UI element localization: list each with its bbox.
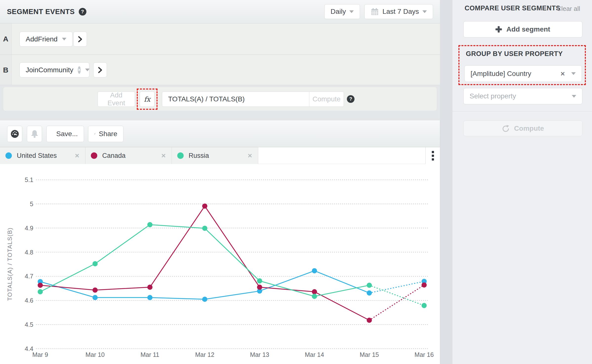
caret-down-icon (62, 38, 66, 40)
event-a-dropdown[interactable]: AddFriend (20, 32, 73, 47)
date-range-dropdown[interactable]: Last 7 Days (364, 4, 433, 19)
clear-property-icon[interactable]: × (560, 70, 565, 78)
add-event-button[interactable]: Add Event (98, 91, 135, 107)
close-icon[interactable]: × (161, 152, 166, 159)
chart-options-menu-button[interactable] (425, 147, 440, 164)
series-color-dot (91, 152, 97, 159)
data-point-russia-mar-10[interactable] (93, 261, 98, 266)
data-point-canada-mar-16[interactable] (421, 282, 427, 288)
add-segment-label: Add segment (506, 25, 550, 33)
caret-down-icon (85, 69, 90, 71)
data-point-united-states-mar-11[interactable] (147, 295, 153, 300)
data-point-canada-mar-10[interactable] (93, 288, 98, 293)
chart-line-canada (40, 206, 369, 320)
legend-row: United States × Canada × Russia × (0, 147, 440, 164)
legend-label: United States (17, 152, 57, 160)
data-point-russia-mar-11[interactable] (147, 222, 153, 227)
data-point-united-states-mar-15[interactable] (367, 290, 372, 295)
data-point-united-states-mar-12[interactable] (202, 297, 207, 302)
event-b-expand-button[interactable] (93, 62, 107, 77)
event-b-dropdown[interactable]: JoinCommunity × (20, 62, 89, 77)
caret-down-icon (572, 95, 576, 98)
data-point-russia-mar-13[interactable] (257, 278, 262, 284)
dashboard-button[interactable] (7, 126, 22, 142)
data-point-russia-mar-9[interactable] (38, 289, 43, 294)
series-color-dot (5, 152, 12, 159)
x-axis-tick: Mar 12 (195, 351, 215, 358)
data-point-canada-mar-12[interactable] (202, 203, 207, 209)
data-point-canada-mar-13[interactable] (257, 285, 262, 290)
group-by-property-select[interactable]: [Amplitude] Country × (464, 65, 582, 82)
formula-input-group: Compute (162, 91, 344, 107)
line-chart: 5.154.94.84.74.64.54.4Mar 9Mar 10Mar 11M… (0, 164, 440, 364)
y-axis-tick: 4.8 (25, 249, 33, 256)
data-point-canada-mar-14[interactable] (312, 289, 317, 294)
formula-fx-button[interactable]: fx (140, 91, 155, 107)
header-controls: Daily Last 7 Days (324, 4, 433, 19)
event-a-expand-button[interactable] (73, 32, 87, 47)
y-axis-tick: 4.4 (25, 345, 33, 352)
group-by-highlight-box: GROUP BY USER PROPERTY [Amplitude] Count… (458, 45, 586, 85)
dashboard-icon (10, 129, 20, 139)
data-point-canada-mar-11[interactable] (147, 285, 153, 290)
sidebar-divider (453, 111, 592, 111)
remove-event-icon[interactable]: × (78, 66, 81, 74)
legend-tab-canada[interactable]: Canada × (85, 147, 172, 164)
row-label-b: B (0, 55, 12, 85)
link-icon (94, 130, 95, 138)
formula-panel: Add Event fx Compute ? (3, 87, 437, 111)
chevron-right-icon (98, 67, 103, 73)
formula-help-icon[interactable]: ? (347, 95, 355, 103)
y-axis-tick: 4.7 (25, 273, 33, 280)
page-title: SEGMENT EVENTS (7, 8, 75, 16)
data-point-russia-mar-14[interactable] (312, 294, 317, 299)
share-button[interactable]: Share (88, 126, 123, 142)
legend-tab-united-states[interactable]: United States × (0, 147, 85, 164)
select-property-dropdown[interactable]: Select property (463, 88, 582, 104)
bell-icon (30, 129, 39, 139)
title-wrap: SEGMENT EVENTS ? (7, 8, 86, 16)
event-a-name: AddFriend (26, 35, 58, 43)
x-axis-tick: Mar 9 (32, 351, 48, 358)
formula-band: Add Event fx Compute ? (0, 85, 440, 111)
y-axis-title: TOTALS(A) / TOTALS(B) (6, 227, 13, 301)
data-point-canada-mar-9[interactable] (38, 283, 43, 288)
formula-input[interactable] (162, 92, 309, 107)
event-row-b: B JoinCommunity × (0, 55, 440, 85)
legend-tab-russia[interactable]: Russia × (172, 147, 258, 164)
clear-all-link[interactable]: Clear all (557, 5, 580, 13)
data-point-russia-mar-15[interactable] (367, 283, 372, 288)
sidebar-title: COMPARE USER SEGMENTS (465, 4, 560, 12)
legend-label: Russia (189, 152, 209, 160)
event-b-name: JoinCommunity (26, 66, 73, 74)
save-button[interactable]: Save... (46, 126, 84, 142)
date-range-value: Last 7 Days (382, 8, 419, 16)
event-row-a: A AddFriend (0, 23, 440, 55)
formula-compute-button[interactable]: Compute (309, 92, 344, 107)
share-label: Share (99, 130, 117, 138)
sidebar-compute-label: Compute (514, 125, 544, 132)
chevron-right-icon (78, 36, 83, 43)
data-point-russia-mar-12[interactable] (202, 226, 207, 231)
fx-button-wrap: fx (140, 91, 155, 107)
x-axis-tick: Mar 13 (250, 351, 269, 358)
sidebar-compute-button[interactable]: Compute (463, 121, 582, 136)
data-point-russia-mar-16[interactable] (421, 303, 427, 308)
add-segment-button[interactable]: Add segment (463, 21, 582, 37)
plus-icon (495, 26, 502, 33)
close-icon[interactable]: × (75, 152, 79, 159)
x-axis-tick: Mar 14 (305, 351, 324, 358)
segment-events-page: SEGMENT EVENTS ? Daily (0, 0, 592, 364)
calendar-icon (371, 7, 379, 16)
help-icon[interactable]: ? (79, 8, 86, 16)
main-panel: SEGMENT EVENTS ? Daily (0, 0, 440, 364)
header-bar: SEGMENT EVENTS ? Daily (0, 0, 440, 23)
data-point-canada-mar-15[interactable] (367, 318, 372, 323)
data-point-united-states-mar-14[interactable] (312, 268, 317, 273)
interval-value: Daily (331, 8, 346, 16)
close-icon[interactable]: × (248, 152, 252, 159)
interval-dropdown[interactable]: Daily (324, 4, 360, 19)
caret-down-icon (571, 72, 576, 75)
alert-bell-button[interactable] (27, 126, 42, 142)
data-point-united-states-mar-10[interactable] (93, 295, 98, 300)
